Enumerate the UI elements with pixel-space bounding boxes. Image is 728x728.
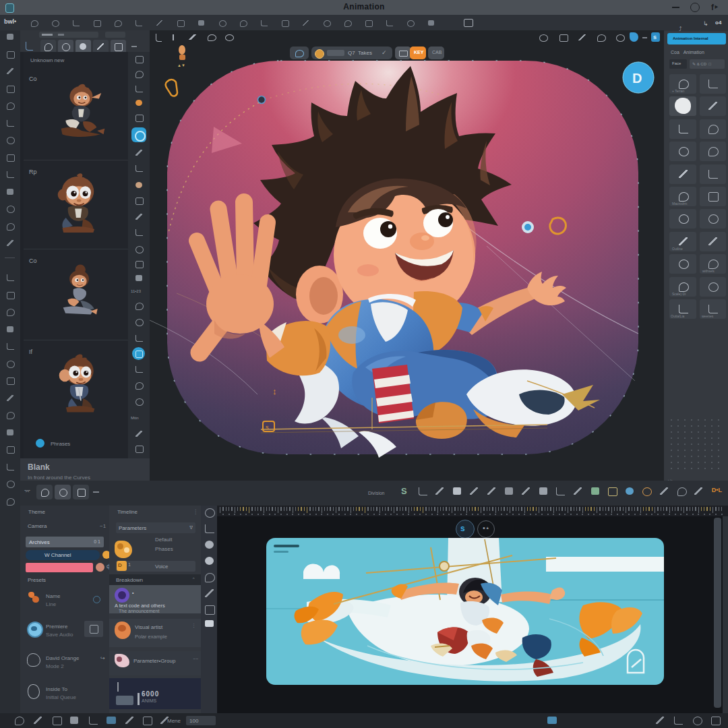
svg-text:▲▼: ▲▼ — [177, 63, 185, 67]
svg-text:D: D — [632, 71, 642, 86]
svg-text:↕: ↕ — [272, 386, 277, 396]
svg-text:s: s — [266, 424, 269, 431]
